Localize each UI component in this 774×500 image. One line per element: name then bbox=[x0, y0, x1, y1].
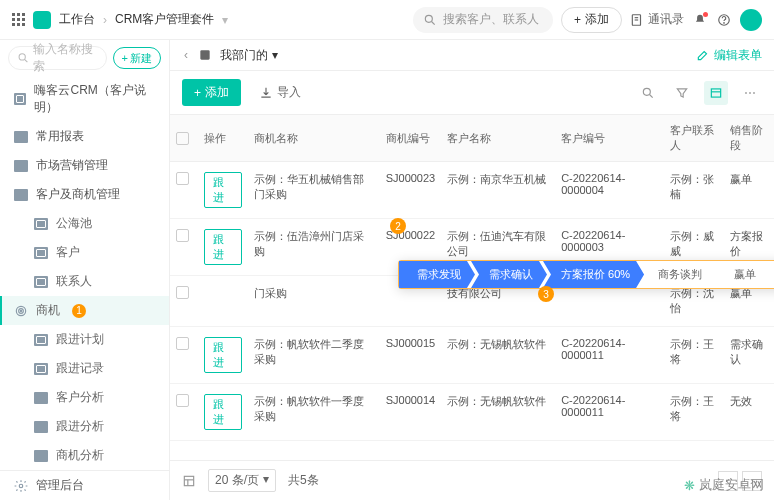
cell-cust: 示例：无锡帆软软件 bbox=[441, 384, 555, 441]
more-button[interactable]: ⋯ bbox=[738, 81, 762, 105]
nav-label: 市场营销管理 bbox=[36, 157, 108, 174]
layout-icon[interactable] bbox=[182, 474, 196, 488]
pipeline-step-0[interactable]: 需求发现 bbox=[399, 261, 475, 288]
sidebar-item-2[interactable]: 市场营销管理 bbox=[0, 151, 169, 180]
callout-badge-3: 3 bbox=[538, 286, 554, 302]
sidebar-item-7[interactable]: 商机1 bbox=[0, 296, 169, 325]
sidebar-new-button[interactable]: + 新建 bbox=[113, 47, 161, 69]
sidebar-search-placeholder: 输入名称搜索 bbox=[33, 41, 97, 75]
page-size-select[interactable]: 20 条/页 ▾ bbox=[208, 469, 276, 492]
sidebar-item-0[interactable]: 嗨客云CRM（客户说明） bbox=[0, 76, 169, 122]
chevron-down-icon: ▾ bbox=[272, 48, 278, 62]
add-label: 添加 bbox=[205, 84, 229, 101]
sidebar-item-5[interactable]: 客户 bbox=[0, 238, 169, 267]
header-add-button[interactable]: + 添加 bbox=[561, 7, 622, 33]
column-header-0[interactable] bbox=[170, 115, 198, 162]
table-row[interactable]: 跟进示例：帆软软件二季度采购SJ000015示例：无锡帆软软件C-2022061… bbox=[170, 327, 774, 384]
column-header-6[interactable]: 客户联系人 bbox=[664, 115, 725, 162]
follow-up-button[interactable]: 跟进 bbox=[204, 337, 242, 373]
nav-label: 跟进记录 bbox=[56, 360, 104, 377]
column-header-4[interactable]: 客户名称 bbox=[441, 115, 555, 162]
table-row[interactable]: 跟进示例：帆软软件一季度采购SJ000014示例：无锡帆软软件C-2022061… bbox=[170, 384, 774, 441]
svg-point-7 bbox=[19, 54, 25, 60]
nav-label: 公海池 bbox=[56, 215, 92, 232]
view-toggle-button[interactable] bbox=[704, 81, 728, 105]
cell-code: SJ000014 bbox=[380, 384, 442, 441]
svg-rect-18 bbox=[184, 476, 193, 485]
chevron-right-icon: › bbox=[103, 13, 107, 27]
pipeline-step-2[interactable]: 方案报价 60% bbox=[543, 261, 644, 288]
sidebar-item-4[interactable]: 公海池 bbox=[0, 209, 169, 238]
scope-selector[interactable]: 我部门的 ▾ bbox=[220, 47, 278, 64]
sidebar-search[interactable]: 输入名称搜索 bbox=[8, 46, 107, 70]
add-label: 添加 bbox=[585, 11, 609, 28]
column-header-5[interactable]: 客户编号 bbox=[555, 115, 664, 162]
gear-icon bbox=[14, 479, 28, 493]
doc-icon bbox=[34, 218, 48, 230]
follow-up-button[interactable]: 跟进 bbox=[204, 229, 242, 265]
column-header-1[interactable]: 操作 bbox=[198, 115, 248, 162]
row-checkbox[interactable] bbox=[176, 286, 189, 299]
svg-line-15 bbox=[650, 94, 653, 97]
cell-cust: 示例：南京华五机械 bbox=[441, 162, 555, 219]
badge: 1 bbox=[72, 304, 86, 318]
row-checkbox[interactable] bbox=[176, 394, 189, 407]
filter-icon bbox=[675, 86, 689, 100]
breadcrumb-suite[interactable]: CRM客户管理套件 bbox=[115, 11, 214, 28]
table-search-button[interactable] bbox=[636, 81, 660, 105]
global-search[interactable]: 搜索客户、联系人 bbox=[413, 7, 553, 33]
row-checkbox[interactable] bbox=[176, 172, 189, 185]
nav-label: 管理后台 bbox=[36, 477, 84, 494]
follow-up-button[interactable]: 跟进 bbox=[204, 172, 242, 208]
help-button[interactable] bbox=[716, 12, 732, 28]
filter-button[interactable] bbox=[670, 81, 694, 105]
edit-form-button[interactable]: 编辑表单 bbox=[696, 47, 762, 64]
contacts-icon bbox=[630, 13, 644, 27]
sidebar-item-16[interactable]: 管理后台 bbox=[0, 471, 169, 500]
chevron-down-icon: ▾ bbox=[263, 472, 269, 489]
pipeline-step-5[interactable]: 输单 bbox=[770, 261, 774, 288]
select-all-checkbox[interactable] bbox=[176, 132, 189, 145]
content-add-button[interactable]: + 添加 bbox=[182, 79, 241, 106]
row-checkbox[interactable] bbox=[176, 337, 189, 350]
contacts-label: 通讯录 bbox=[648, 11, 684, 28]
nav-label: 客户 bbox=[56, 244, 80, 261]
column-header-3[interactable]: 商机编号 bbox=[380, 115, 442, 162]
cell-stage: 无效 bbox=[724, 384, 774, 441]
sidebar-item-3[interactable]: 客户及商机管理 bbox=[0, 180, 169, 209]
sidebar-item-9[interactable]: 跟进记录 bbox=[0, 354, 169, 383]
edit-icon bbox=[696, 48, 710, 62]
apps-icon[interactable] bbox=[12, 13, 25, 26]
sidebar-item-12[interactable]: 商机分析 bbox=[0, 441, 169, 470]
notifications-button[interactable] bbox=[692, 12, 708, 28]
sidebar-item-11[interactable]: 跟进分析 bbox=[0, 412, 169, 441]
chart-icon bbox=[34, 421, 48, 433]
column-header-7[interactable]: 销售阶段 bbox=[724, 115, 774, 162]
callout-badge-2: 2 bbox=[390, 218, 406, 234]
user-avatar[interactable] bbox=[740, 9, 762, 31]
row-checkbox[interactable] bbox=[176, 229, 189, 242]
search-placeholder: 搜索客户、联系人 bbox=[443, 11, 539, 28]
pipeline-step-4[interactable]: 赢单 bbox=[716, 261, 770, 288]
svg-point-12 bbox=[19, 484, 23, 488]
collapse-sidebar-button[interactable]: ‹ bbox=[182, 46, 190, 64]
cell-cust-code: C-20220614-0000011 bbox=[555, 384, 664, 441]
sidebar-item-6[interactable]: 联系人 bbox=[0, 267, 169, 296]
pipeline-step-1[interactable]: 需求确认 bbox=[471, 261, 547, 288]
cell-cust: 示例：无锡帆软软件 bbox=[441, 327, 555, 384]
contacts-button[interactable]: 通讯录 bbox=[630, 12, 684, 28]
follow-up-button[interactable]: 跟进 bbox=[204, 394, 242, 430]
chart-icon bbox=[34, 450, 48, 462]
table-row[interactable]: 跟进示例：华五机械销售部门采购SJ000023示例：南京华五机械C-202206… bbox=[170, 162, 774, 219]
watermark-text: 岚庭安卓网 bbox=[699, 476, 764, 494]
cell-contact: 示例：王将 bbox=[664, 327, 725, 384]
import-button[interactable]: 导入 bbox=[251, 79, 309, 106]
search-icon bbox=[17, 51, 29, 65]
pipeline-step-3[interactable]: 商务谈判 bbox=[640, 261, 716, 288]
chevron-down-icon[interactable]: ▾ bbox=[222, 13, 228, 27]
breadcrumb-workspace[interactable]: 工作台 bbox=[59, 11, 95, 28]
sidebar-item-8[interactable]: 跟进计划 bbox=[0, 325, 169, 354]
column-header-2[interactable]: 商机名称 bbox=[248, 115, 380, 162]
sidebar-item-10[interactable]: 客户分析 bbox=[0, 383, 169, 412]
sidebar-item-1[interactable]: 常用报表 bbox=[0, 122, 169, 151]
